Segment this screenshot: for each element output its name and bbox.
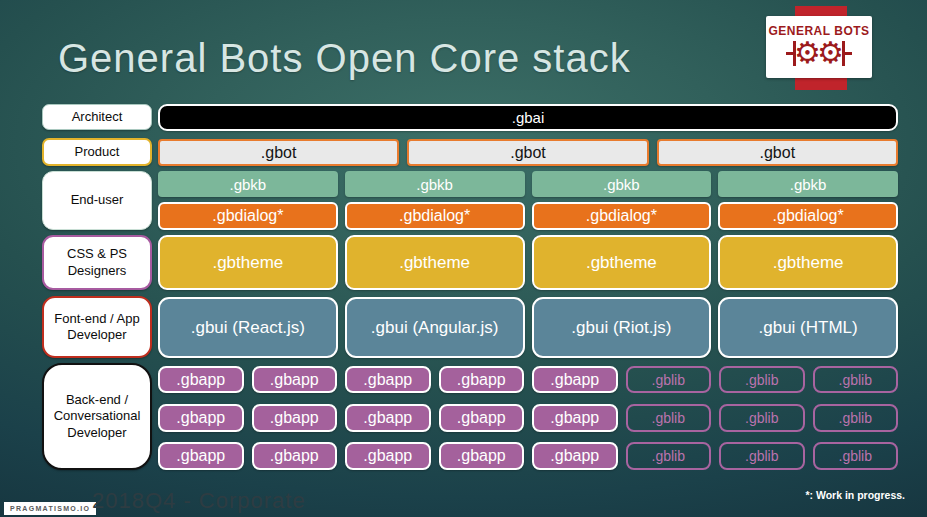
role-label-backend-conversational-developer: Back-end / Conversational Developer <box>42 363 152 470</box>
stack-box-gbapp: .gbapp <box>345 366 431 393</box>
stack-box-gbapp: .gbapp <box>345 404 431 432</box>
stack-box-gbapp: .gbapp <box>532 366 618 393</box>
role-label-architect: Architect <box>42 104 152 130</box>
row-gbtheme: .gbtheme .gbtheme .gbtheme .gbtheme <box>158 235 898 290</box>
stack-box-gblib: .gblib <box>719 366 805 393</box>
stack-box-gbot: .gbot <box>407 139 648 166</box>
stack-box-gbapp: .gbapp <box>439 442 525 470</box>
role-label-product: Product <box>42 138 152 166</box>
stack-box-gbui-angular: .gbui (Angular.js) <box>345 297 525 358</box>
stack-box-gbdialog: .gbdialog* <box>345 202 525 230</box>
stack-box-gbdialog: .gbdialog* <box>718 202 898 230</box>
pragmatismo-logo: PRAGMATISMO.IO <box>4 502 96 515</box>
stack-box-gblib: .gblib <box>626 442 712 470</box>
slide: General Bots Open Core stack GENERAL BOT… <box>0 0 927 517</box>
stack-box-gbapp: .gbapp <box>532 442 618 470</box>
stack-box-gbapp: .gbapp <box>532 404 618 432</box>
stack-box-gbdialog: .gbdialog* <box>158 202 338 230</box>
role-label-css-ps-designers: CSS & PS Designers <box>42 235 152 290</box>
stack-box-gblib: .gblib <box>813 442 899 470</box>
stack-box-gbapp: .gbapp <box>439 366 525 393</box>
stack-box-gbui-react: .gbui (React.js) <box>158 297 338 358</box>
stack-box-gbapp: .gbapp <box>158 366 244 393</box>
logo-right-tick <box>842 52 852 55</box>
stack-box-gbot: .gbot <box>158 139 399 166</box>
stack-box-gbapp: .gbapp <box>158 404 244 432</box>
stack-box-gbkb: .gbkb <box>158 171 338 197</box>
logo-gears: ⚙ ⚙ <box>786 36 852 70</box>
stack-box-gbui-riot: .gbui (Riot.js) <box>532 297 712 358</box>
row-gbot: .gbot .gbot .gbot <box>158 139 898 166</box>
stack-box-gbkb: .gbkb <box>532 171 712 197</box>
stack-box-gbtheme: .gbtheme <box>158 235 338 290</box>
stack-box-gbot: .gbot <box>657 139 898 166</box>
stack-box-gbkb: .gbkb <box>718 171 898 197</box>
stack-box-gblib: .gblib <box>813 366 899 393</box>
stack-box-gbtheme: .gbtheme <box>532 235 712 290</box>
row-gbai: .gbai <box>158 104 898 131</box>
stack-box-gbai: .gbai <box>158 104 898 131</box>
gear-icon: ⚙ <box>817 38 844 68</box>
stack-box-gblib: .gblib <box>626 366 712 393</box>
row-gbapp-gblib-3: .gbapp .gbapp .gbapp .gbapp .gbapp .gbli… <box>158 442 898 470</box>
stack-box-gblib: .gblib <box>719 404 805 432</box>
stack-box-gbui-html: .gbui (HTML) <box>718 297 898 358</box>
stack-box-gbtheme: .gbtheme <box>718 235 898 290</box>
stack-box-gbapp: .gbapp <box>345 442 431 470</box>
stack-box-gbapp: .gbapp <box>252 404 338 432</box>
row-gbapp-gblib-2: .gbapp .gbapp .gbapp .gbapp .gbapp .gbli… <box>158 404 898 432</box>
stack-box-gbtheme: .gbtheme <box>345 235 525 290</box>
stack-box-gbdialog: .gbdialog* <box>532 202 712 230</box>
work-in-progress-note: *: Work in progress. <box>805 489 905 501</box>
page-title: General Bots Open Core stack <box>58 36 631 81</box>
row-gbui: .gbui (React.js) .gbui (Angular.js) .gbu… <box>158 297 898 358</box>
row-gbkb: .gbkb .gbkb .gbkb .gbkb <box>158 171 898 197</box>
stack-box-gblib: .gblib <box>719 442 805 470</box>
stack-box-gbapp: .gbapp <box>252 442 338 470</box>
stack-box-gblib: .gblib <box>813 404 899 432</box>
row-gbdialog: .gbdialog* .gbdialog* .gbdialog* .gbdial… <box>158 202 898 230</box>
role-label-frontend-app-developer: Font-end / App Developer <box>42 296 152 358</box>
row-gbapp-gblib-1: .gbapp .gbapp .gbapp .gbapp .gbapp .gbli… <box>158 366 898 393</box>
logo-left-tick <box>786 52 796 55</box>
footer-caption: 2018Q4 - Corporate <box>92 488 306 514</box>
stack-box-gbkb: .gbkb <box>345 171 525 197</box>
role-label-end-user: End-user <box>42 171 152 230</box>
stack-box-gbapp: .gbapp <box>158 442 244 470</box>
stack-box-gbapp: .gbapp <box>439 404 525 432</box>
general-bots-logo: GENERAL BOTS ⚙ ⚙ <box>766 16 872 78</box>
stack-box-gbapp: .gbapp <box>252 366 338 393</box>
stack-box-gblib: .gblib <box>626 404 712 432</box>
